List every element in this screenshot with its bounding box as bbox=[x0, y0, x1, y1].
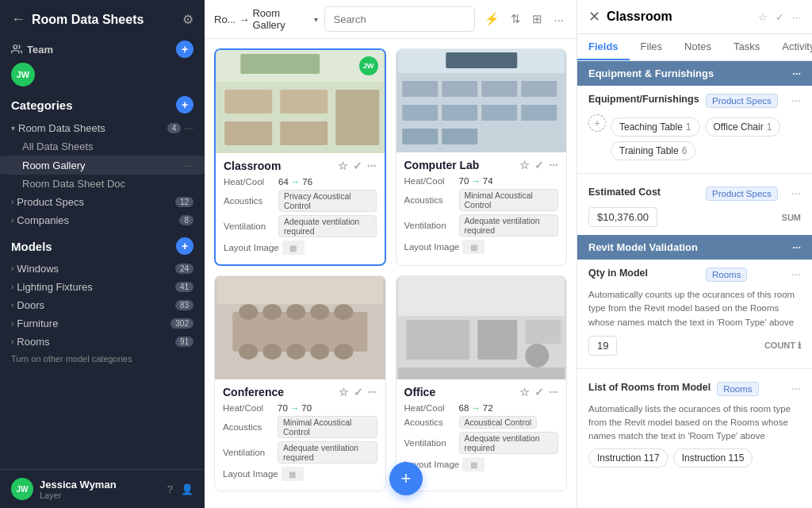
ventilation-value: Adequate ventilation required bbox=[459, 432, 559, 454]
tab-activity[interactable]: Activity bbox=[771, 34, 812, 60]
card-classroom[interactable]: JW Classroom ☆ ✓ ··· Heat/Cool 64→76 Aco… bbox=[214, 48, 386, 266]
heat-cool-label: Heat/Cool bbox=[224, 177, 275, 187]
svg-point-0 bbox=[13, 45, 17, 49]
add-button[interactable]: + bbox=[389, 462, 423, 495]
check-icon[interactable]: ✓ bbox=[354, 386, 363, 398]
search-input[interactable] bbox=[324, 6, 475, 32]
gear-icon[interactable]: ⚙ bbox=[182, 12, 193, 27]
card-image-conference bbox=[215, 276, 385, 379]
svg-rect-16 bbox=[481, 105, 517, 121]
badge: 24 bbox=[175, 264, 193, 274]
sum-label: SUM bbox=[782, 213, 801, 222]
layout-icon: ▦ bbox=[282, 467, 304, 481]
rooms-tag[interactable]: Rooms bbox=[717, 382, 758, 396]
room-title: Classroom bbox=[607, 10, 752, 24]
svg-rect-41 bbox=[398, 368, 565, 379]
section-more-icon[interactable]: ··· bbox=[792, 67, 801, 79]
heat-cool-label: Heat/Cool bbox=[223, 403, 274, 413]
product-specs-tag[interactable]: Product Specs bbox=[706, 94, 778, 108]
star-icon[interactable]: ☆ bbox=[758, 11, 768, 23]
divider bbox=[577, 368, 812, 369]
equipment-field-label: Equipment/Furnishings bbox=[588, 94, 699, 105]
field-more-icon[interactable]: ··· bbox=[791, 187, 801, 199]
card-office[interactable]: Office ☆ ✓ ··· Heat/Cool 68→72 Acoustics… bbox=[396, 275, 568, 491]
star-icon[interactable]: ☆ bbox=[339, 386, 349, 398]
svg-rect-5 bbox=[280, 121, 327, 145]
close-button[interactable]: ✕ bbox=[588, 8, 600, 25]
sidebar-item-room-data-sheet-doc[interactable]: Room Data Sheet Doc bbox=[0, 175, 205, 193]
view-icon[interactable]: ⊞ bbox=[529, 9, 546, 29]
help-icon[interactable]: ? bbox=[167, 483, 173, 495]
check-icon[interactable]: ✓ bbox=[353, 160, 362, 172]
acoustics-value: Minimal Acoustical Control bbox=[459, 189, 559, 211]
badge: 91 bbox=[175, 337, 193, 347]
sidebar-item-all-data-sheets[interactable]: All Data Sheets bbox=[0, 137, 205, 156]
star-icon[interactable]: ☆ bbox=[519, 159, 530, 171]
more-icon[interactable]: ··· bbox=[368, 386, 377, 398]
turn-on-categories[interactable]: Turn on other model categories bbox=[0, 351, 205, 367]
sidebar-item-lighting-fixtures[interactable]: › Lighting Fixtures 41 bbox=[0, 278, 205, 296]
equipment-field-row: Equipment/Furnishings Product Specs ··· bbox=[588, 94, 801, 108]
card-ventilation: Ventilation Adequate ventilation require… bbox=[404, 214, 559, 237]
cost-product-specs-tag[interactable]: Product Specs bbox=[706, 187, 778, 201]
tab-fields[interactable]: Fields bbox=[577, 34, 630, 60]
add-category-button[interactable]: + bbox=[176, 96, 193, 114]
layout-icon: ▦ bbox=[462, 240, 485, 254]
sidebar-item-doors[interactable]: › Doors 83 bbox=[0, 296, 205, 314]
card-acoustics: Acoustics Minimal Acoustical Control bbox=[404, 189, 559, 211]
models-header: Models + bbox=[0, 233, 205, 260]
conference-svg bbox=[215, 276, 385, 379]
card-computer-lab[interactable]: Computer Lab ☆ ✓ ··· Heat/Cool 70→74 Aco… bbox=[396, 48, 568, 266]
more-icon[interactable]: ··· bbox=[550, 10, 567, 29]
check-icon[interactable]: ✓ bbox=[534, 386, 544, 398]
add-model-button[interactable]: + bbox=[176, 237, 193, 255]
rooms-tag[interactable]: Rooms bbox=[706, 267, 747, 282]
sidebar-item-room-data-sheets[interactable]: ▾ Room Data Sheets 4 ··· bbox=[0, 118, 205, 137]
breadcrumb-current[interactable]: Room Gallery bbox=[252, 7, 311, 31]
card-ventilation: Ventilation Adequate ventilation require… bbox=[224, 215, 377, 237]
star-icon[interactable]: ☆ bbox=[519, 386, 530, 398]
acoustics-value: Privacy Acoustical Control bbox=[278, 190, 377, 212]
card-conference[interactable]: Conference ☆ ✓ ··· Heat/Cool 70→70 Acous… bbox=[214, 275, 386, 491]
qty-row: 19 COUNT ℹ bbox=[588, 336, 801, 356]
sidebar-item-rooms[interactable]: › Rooms 91 bbox=[0, 333, 205, 351]
star-icon[interactable]: ☆ bbox=[338, 160, 348, 172]
check-icon[interactable]: ✓ bbox=[534, 159, 544, 171]
acoustics-label: Acoustics bbox=[404, 195, 456, 205]
more-icon[interactable]: ··· bbox=[792, 11, 801, 23]
sort-icon[interactable]: ⇅ bbox=[508, 9, 524, 29]
back-button[interactable]: ← bbox=[11, 11, 25, 28]
more-icon[interactable]: ··· bbox=[184, 121, 193, 134]
furniture-tag-count: 6 bbox=[682, 145, 688, 156]
tree-label: Room Gallery bbox=[22, 160, 181, 171]
tree-label: Room Data Sheets bbox=[18, 122, 164, 134]
more-icon[interactable]: ··· bbox=[367, 160, 377, 172]
furniture-tag-count: 1 bbox=[686, 121, 691, 133]
sidebar-item-furniture[interactable]: › Furniture 302 bbox=[0, 314, 205, 333]
svg-point-30 bbox=[262, 344, 282, 360]
tab-files[interactable]: Files bbox=[630, 34, 673, 60]
sidebar-item-windows[interactable]: › Windows 24 bbox=[0, 260, 205, 278]
more-icon[interactable]: ··· bbox=[549, 386, 558, 398]
check-circle-icon[interactable]: ✓ bbox=[776, 11, 784, 23]
filter-icon[interactable]: ⚡ bbox=[481, 9, 503, 29]
tree-label: Doors bbox=[17, 299, 172, 311]
sidebar-item-product-specs[interactable]: › Product Specs 12 bbox=[0, 193, 205, 211]
tab-notes[interactable]: Notes bbox=[673, 34, 722, 60]
field-more-icon[interactable]: ··· bbox=[791, 267, 801, 280]
breadcrumb-root: Ro... bbox=[214, 13, 236, 25]
field-more-icon[interactable]: ··· bbox=[791, 382, 801, 394]
card-acoustics: Acoustics Privacy Acoustical Control bbox=[224, 190, 377, 212]
tab-tasks[interactable]: Tasks bbox=[722, 34, 771, 60]
person-icon[interactable]: 👤 bbox=[181, 483, 193, 495]
sidebar-item-room-gallery[interactable]: Room Gallery ··· bbox=[0, 156, 205, 175]
more-icon[interactable]: ··· bbox=[549, 159, 558, 171]
ventilation-label: Ventilation bbox=[223, 448, 274, 457]
sidebar-item-companies[interactable]: › Companies 8 bbox=[0, 211, 205, 229]
revit-more-icon[interactable]: ··· bbox=[792, 241, 801, 253]
more-icon[interactable]: ··· bbox=[184, 159, 193, 171]
add-furniture-button[interactable]: + bbox=[588, 114, 606, 132]
field-more-icon[interactable]: ··· bbox=[791, 94, 801, 106]
add-team-button[interactable]: + bbox=[176, 40, 193, 58]
main-header: Ro... → Room Gallery ▾ ⚡ ⇅ ⊞ ··· bbox=[205, 0, 576, 39]
